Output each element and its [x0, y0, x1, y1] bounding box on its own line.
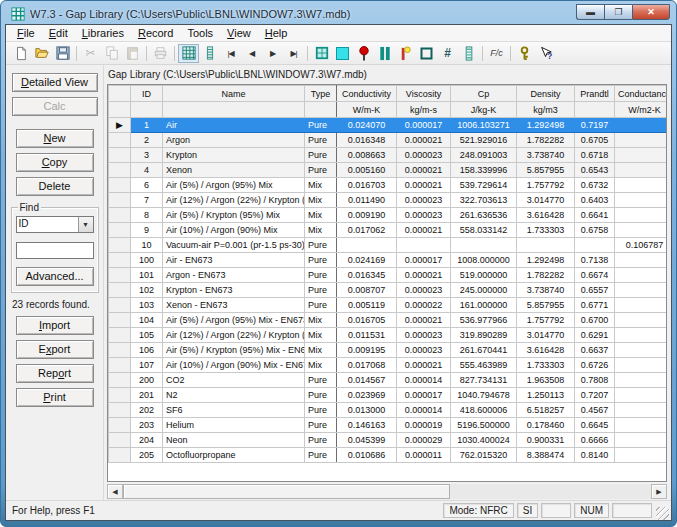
divider-library-icon[interactable]: [416, 44, 437, 63]
table-row[interactable]: 8Air (5%) / Krypton (95%) MixMix0.009190…: [109, 208, 668, 223]
table-row[interactable]: 201N2Pure0.0239690.0000171040.7946781.25…: [109, 388, 668, 403]
cell-cp[interactable]: 261.670441: [451, 343, 517, 358]
cell-cp[interactable]: 161.000000: [451, 298, 517, 313]
cell-name[interactable]: Vacuum-air P=0.001 (pr-1.5 ps-30): [163, 238, 305, 253]
row-selector[interactable]: [109, 448, 131, 463]
gas-library-icon[interactable]: [353, 44, 374, 63]
frame-library-icon[interactable]: [395, 44, 416, 63]
cell-prandtl[interactable]: 0.6666: [575, 433, 615, 448]
table-row[interactable]: 2ArgonPure0.0163480.000021521.9290161.78…: [109, 133, 668, 148]
menu-file[interactable]: File: [10, 26, 42, 40]
cell-conductivity[interactable]: 0.024070: [337, 118, 397, 133]
cell-id[interactable]: 201: [131, 388, 163, 403]
cell-conductance[interactable]: 0.106787: [615, 238, 668, 253]
cell-density[interactable]: 1.782282: [517, 268, 575, 283]
cell-id[interactable]: 104: [131, 313, 163, 328]
cell-density[interactable]: 5.857955: [517, 298, 575, 313]
cell-type[interactable]: Pure: [305, 403, 337, 418]
cell-density[interactable]: 1.757792: [517, 178, 575, 193]
cell-type[interactable]: Pure: [305, 268, 337, 283]
previous-record-icon[interactable]: ◀: [241, 44, 262, 63]
cell-id[interactable]: 106: [131, 343, 163, 358]
cell-name[interactable]: Air (5%) / Argon (95%) Mix: [163, 178, 305, 193]
cell-viscosity[interactable]: 0.000017: [397, 388, 451, 403]
cell-prandtl[interactable]: [575, 238, 615, 253]
scrollbar-thumb[interactable]: [123, 484, 450, 499]
cell-cp[interactable]: 5196.500000: [451, 418, 517, 433]
cell-id[interactable]: 1: [131, 118, 163, 133]
cell-conductance[interactable]: [615, 148, 668, 163]
cell-prandtl[interactable]: 0.6700: [575, 313, 615, 328]
cell-cp[interactable]: 158.339996: [451, 163, 517, 178]
cell-type[interactable]: Mix: [305, 193, 337, 208]
table-row[interactable]: 106Air (5%) / Krypton (95%) Mix - EN673M…: [109, 343, 668, 358]
new-icon[interactable]: [10, 44, 31, 63]
cell-conductivity[interactable]: 0.017062: [337, 223, 397, 238]
cell-conductivity[interactable]: 0.017068: [337, 358, 397, 373]
cell-conductance[interactable]: [615, 208, 668, 223]
cell-conductivity[interactable]: 0.009190: [337, 208, 397, 223]
cell-conductivity[interactable]: 0.013000: [337, 403, 397, 418]
row-selector[interactable]: [109, 148, 131, 163]
cell-density[interactable]: 1.963508: [517, 373, 575, 388]
cell-conductance[interactable]: [615, 373, 668, 388]
cell-cp[interactable]: 1030.400024: [451, 433, 517, 448]
cell-conductance[interactable]: [615, 253, 668, 268]
cell-type[interactable]: Mix: [305, 223, 337, 238]
cell-density[interactable]: 1.733303: [517, 223, 575, 238]
cell-conductance[interactable]: [615, 403, 668, 418]
cell-viscosity[interactable]: 0.000021: [397, 223, 451, 238]
cell-viscosity[interactable]: 0.000023: [397, 343, 451, 358]
cell-type[interactable]: Pure: [305, 433, 337, 448]
cell-cp[interactable]: 245.000000: [451, 283, 517, 298]
cell-type[interactable]: Pure: [305, 148, 337, 163]
cell-density[interactable]: 0.900331: [517, 433, 575, 448]
cell-conductivity[interactable]: 0.011490: [337, 193, 397, 208]
cell-density[interactable]: [517, 238, 575, 253]
cell-viscosity[interactable]: 0.000014: [397, 373, 451, 388]
cell-conductivity[interactable]: 0.023969: [337, 388, 397, 403]
table-row[interactable]: 101Argon - EN673Pure0.0163450.000021519.…: [109, 268, 668, 283]
cell-id[interactable]: 103: [131, 298, 163, 313]
row-selector[interactable]: [109, 403, 131, 418]
tip-icon[interactable]: [514, 44, 535, 63]
cell-id[interactable]: 100: [131, 253, 163, 268]
table-row[interactable]: 205OctofluorpropanePure0.0106860.0000117…: [109, 448, 668, 463]
cell-id[interactable]: 203: [131, 418, 163, 433]
table-row[interactable]: 102Krypton - EN673Pure0.0087070.00002324…: [109, 283, 668, 298]
cell-density[interactable]: 3.616428: [517, 343, 575, 358]
cell-name[interactable]: Octofluorpropane: [163, 448, 305, 463]
cell-prandtl[interactable]: 0.6705: [575, 133, 615, 148]
cell-conductance[interactable]: [615, 298, 668, 313]
cell-viscosity[interactable]: 0.000023: [397, 283, 451, 298]
cell-prandtl[interactable]: 0.6726: [575, 358, 615, 373]
table-row[interactable]: 100Air - EN673Pure0.0241690.0000171008.0…: [109, 253, 668, 268]
row-selector[interactable]: [109, 163, 131, 178]
cell-density[interactable]: 3.738740: [517, 283, 575, 298]
window-library-icon[interactable]: [311, 44, 332, 63]
open-icon[interactable]: [31, 44, 52, 63]
cell-id[interactable]: 105: [131, 328, 163, 343]
cell-id[interactable]: 101: [131, 268, 163, 283]
cell-cp[interactable]: 322.703613: [451, 193, 517, 208]
row-selector[interactable]: [109, 313, 131, 328]
cell-density[interactable]: 1.782282: [517, 133, 575, 148]
cell-type[interactable]: Pure: [305, 298, 337, 313]
cell-density[interactable]: 1.292498: [517, 253, 575, 268]
cell-prandtl[interactable]: 0.4567: [575, 403, 615, 418]
cell-conductance[interactable]: [615, 388, 668, 403]
cell-viscosity[interactable]: [397, 238, 451, 253]
cell-cp[interactable]: 827.734131: [451, 373, 517, 388]
cell-density[interactable]: 1.733303: [517, 358, 575, 373]
cell-viscosity[interactable]: 0.000019: [397, 418, 451, 433]
table-row[interactable]: 3KryptonPure0.0086630.000023248.0910033.…: [109, 148, 668, 163]
cell-type[interactable]: Pure: [305, 388, 337, 403]
cell-name[interactable]: Air (12%) / Argon (22%) / Krypton (66%): [163, 328, 305, 343]
cell-type[interactable]: Mix: [305, 313, 337, 328]
cell-id[interactable]: 9: [131, 223, 163, 238]
cell-conductivity[interactable]: 0.010686: [337, 448, 397, 463]
export-button[interactable]: Export: [16, 340, 94, 359]
cell-conductance[interactable]: [615, 163, 668, 178]
cell-prandtl[interactable]: 0.6645: [575, 418, 615, 433]
cell-id[interactable]: 6: [131, 178, 163, 193]
